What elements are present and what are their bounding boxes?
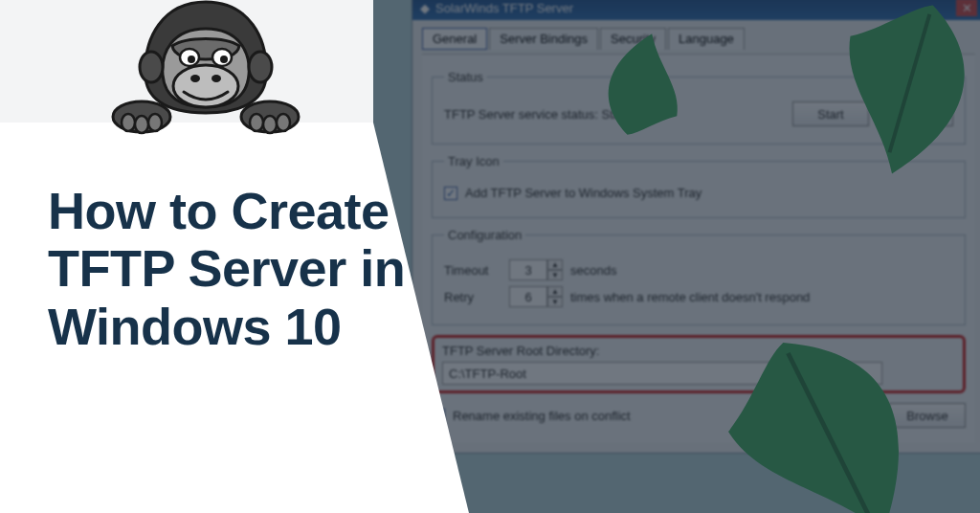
svg-point-6 [263,116,277,133]
svg-point-10 [188,56,195,63]
svg-point-7 [277,114,290,131]
svg-point-14 [212,75,221,82]
svg-point-2 [122,114,135,131]
thumbnail-stage: ◆ SolarWinds TFTP Server ✕ General Serve… [0,0,980,513]
page-title: How to Create TFTP Server in Windows 10 [48,182,450,355]
svg-point-15 [140,52,163,82]
svg-point-11 [220,56,228,63]
svg-point-3 [135,116,148,133]
svg-point-16 [249,52,272,82]
svg-point-4 [148,114,162,131]
gorilla-mascot-icon [105,0,306,139]
svg-point-5 [250,114,263,131]
svg-point-13 [190,75,200,82]
